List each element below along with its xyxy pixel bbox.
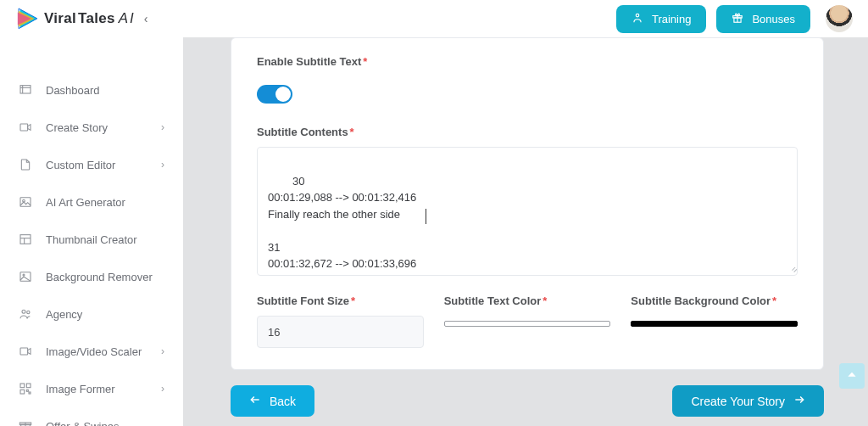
chevron-right-icon: › <box>161 121 164 133</box>
form-footer: Back Create Your Story <box>231 385 824 417</box>
text-color-field: Subtitle Text Color* <box>444 294 611 348</box>
svg-rect-21 <box>26 390 28 391</box>
sidebar-item-agency[interactable]: Agency <box>0 295 183 333</box>
enable-subtitle-toggle[interactable] <box>257 85 292 104</box>
font-size-field: Subtitle Font Size* 16 <box>257 294 424 348</box>
sidebar-item-label: Dashboard <box>46 84 100 97</box>
required-icon: * <box>542 294 547 307</box>
subtitle-contents-label: Subtitle Contents* <box>257 126 798 138</box>
video-icon <box>19 345 32 358</box>
layout-icon <box>19 233 32 246</box>
svg-rect-10 <box>20 235 31 244</box>
scroll-to-top-button[interactable] <box>839 363 865 389</box>
gift-icon <box>19 419 32 426</box>
bg-color-label: Subtitle Background Color* <box>631 294 798 307</box>
enable-subtitle-label: Enable Subtitle Text* <box>257 55 798 68</box>
training-label: Training <box>652 13 691 25</box>
bg-color-field: Subtitle Background Color* <box>631 294 798 348</box>
qr-icon <box>19 382 32 395</box>
svg-point-0 <box>636 14 639 17</box>
file-icon <box>19 158 32 171</box>
back-button[interactable]: Back <box>231 385 314 417</box>
sidebar-item-custom-editor[interactable]: Custom Editor › <box>0 146 183 183</box>
sidebar-item-label: Custom Editor <box>46 159 115 171</box>
required-icon: * <box>350 126 354 138</box>
subtitle-contents-textarea[interactable]: 30 00:01:29,088 --> 00:01:32,416 Finally… <box>257 147 798 276</box>
sidebar-item-label: Agency <box>46 308 82 321</box>
create-story-button[interactable]: Create Your Story <box>672 385 824 417</box>
bonuses-label: Bonuses <box>752 13 795 25</box>
sidebar-item-image-former[interactable]: Image Former › <box>0 370 183 407</box>
toggle-knob <box>275 87 291 102</box>
brand-name: ViralTalesAI <box>44 10 136 27</box>
sidebar-item-scaler[interactable]: Image/Video Scaler › <box>0 333 183 370</box>
svg-rect-20 <box>20 390 25 394</box>
svg-rect-18 <box>20 384 25 388</box>
arrow-right-icon <box>793 394 805 408</box>
sidebar-item-label: Create Story <box>46 121 108 134</box>
svg-rect-4 <box>20 86 31 93</box>
subtitle-settings-card: Enable Subtitle Text* Subtitle Contents*… <box>231 37 824 370</box>
text-color-picker[interactable] <box>444 316 611 331</box>
video-icon <box>19 121 32 134</box>
sidebar-collapse-icon[interactable]: ‹ <box>144 12 148 25</box>
training-icon <box>632 12 643 26</box>
bg-color-picker[interactable] <box>631 316 798 331</box>
sidebar-item-ai-art[interactable]: AI Art Generator <box>0 183 183 221</box>
training-button[interactable]: Training <box>616 5 706 33</box>
resize-handle-icon[interactable] <box>786 264 794 272</box>
app-header: ViralTalesAI ‹ Training Bonuses <box>0 0 868 37</box>
back-label: Back <box>270 395 296 408</box>
svg-rect-19 <box>26 384 31 388</box>
required-icon: * <box>351 294 355 307</box>
font-size-label: Subtitle Font Size* <box>257 294 424 307</box>
sidebar-item-label: AI Art Generator <box>46 196 125 209</box>
svg-rect-22 <box>29 392 31 394</box>
users-icon <box>19 307 32 321</box>
sidebar-item-bg-remover[interactable]: Background Remover <box>0 258 183 295</box>
required-icon: * <box>772 294 776 307</box>
svg-point-15 <box>22 310 25 313</box>
image-icon <box>19 195 32 209</box>
svg-point-14 <box>23 274 25 276</box>
svg-rect-8 <box>20 198 31 207</box>
sidebar-item-offer[interactable]: Offer & Swipes <box>0 407 183 426</box>
sidebar-item-label: Thumbnail Creator <box>46 233 137 246</box>
logo-play-icon <box>15 6 41 31</box>
header-actions: Training Bonuses <box>616 5 853 33</box>
svg-rect-17 <box>20 348 28 355</box>
subtitle-style-row: Subtitle Font Size* 16 Subtitle Text Col… <box>257 294 798 348</box>
sidebar-item-thumbnail[interactable]: Thumbnail Creator <box>0 221 183 258</box>
text-color-label: Subtitle Text Color* <box>444 294 611 307</box>
required-icon: * <box>363 55 367 68</box>
chevron-right-icon: › <box>161 345 164 357</box>
sidebar-item-create-story[interactable]: Create Story › <box>0 109 183 146</box>
svg-point-16 <box>27 311 30 313</box>
arrow-left-icon <box>249 394 261 408</box>
dashboard-icon <box>19 83 32 97</box>
bonuses-button[interactable]: Bonuses <box>716 5 810 33</box>
sidebar-item-label: Background Remover <box>46 271 153 283</box>
user-avatar[interactable] <box>826 5 853 32</box>
chevron-right-icon: › <box>161 383 164 395</box>
sidebar: Dashboard Create Story › Custom Editor ›… <box>0 37 183 426</box>
text-cursor-icon <box>426 209 426 224</box>
main-content: Enable Subtitle Text* Subtitle Contents*… <box>183 37 868 426</box>
create-label: Create Your Story <box>691 395 785 408</box>
chevron-right-icon: › <box>161 159 164 171</box>
sidebar-item-label: Image Former <box>46 383 115 395</box>
svg-rect-7 <box>20 124 28 131</box>
image-minus-icon <box>19 270 32 283</box>
brand-logo[interactable]: ViralTalesAI ‹ <box>15 6 148 31</box>
gift-icon <box>732 12 743 26</box>
sidebar-item-dashboard[interactable]: Dashboard <box>0 71 183 109</box>
sidebar-item-label: Offer & Swipes <box>46 420 119 427</box>
font-size-input[interactable]: 16 <box>257 316 424 348</box>
sidebar-item-label: Image/Video Scaler <box>46 345 142 358</box>
